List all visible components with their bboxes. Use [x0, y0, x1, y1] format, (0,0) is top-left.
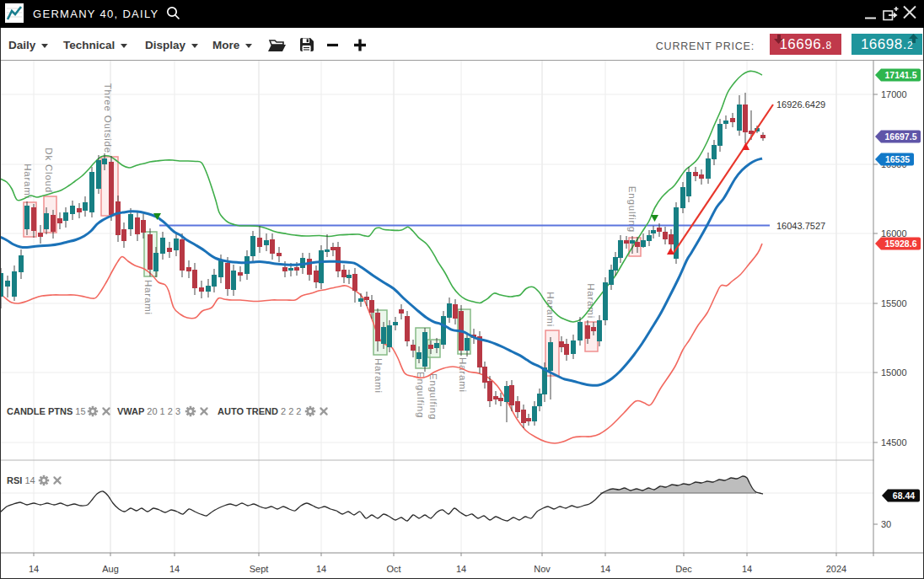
svg-text:Harami: Harami [143, 280, 153, 315]
svg-text:15500: 15500 [881, 298, 907, 308]
svg-text:Harami: Harami [373, 358, 384, 394]
svg-text:Oct: Oct [386, 564, 400, 574]
svg-text:Dk Cloud: Dk Cloud [44, 147, 54, 193]
svg-text:17141.5: 17141.5 [885, 70, 917, 80]
svg-text:Aug: Aug [102, 564, 119, 574]
svg-text:2024: 2024 [826, 564, 846, 574]
svg-text:14: 14 [29, 564, 39, 574]
svg-text:AUTO TREND 2 2 2: AUTO TREND 2 2 2 [218, 406, 301, 416]
svg-text:15928.6: 15928.6 [885, 239, 917, 249]
svg-text:Three Outside: Three Outside [103, 83, 113, 153]
svg-text:16535: 16535 [885, 154, 910, 164]
svg-text:15000: 15000 [881, 367, 907, 378]
svg-text:Engulfing: Engulfing [428, 373, 438, 420]
svg-text:16043.7527: 16043.7527 [776, 221, 825, 231]
svg-text:14500: 14500 [881, 437, 907, 448]
svg-text:Sept: Sept [250, 564, 269, 574]
svg-text:14: 14 [742, 564, 752, 574]
svg-text:14: 14 [600, 564, 610, 574]
svg-text:16697.5: 16697.5 [885, 131, 917, 142]
svg-text:Harami: Harami [545, 292, 556, 327]
svg-text:14: 14 [169, 564, 180, 574]
svg-text:CANDLE PTNS 15: CANDLE PTNS 15 [7, 406, 86, 416]
svg-text:17000: 17000 [881, 89, 907, 99]
svg-text:Nov: Nov [534, 564, 551, 574]
svg-text:68.44: 68.44 [893, 491, 915, 501]
svg-text:30: 30 [881, 519, 891, 529]
svg-text:Harami: Harami [586, 283, 596, 319]
svg-text:VWAP 20 1 2 3: VWAP 20 1 2 3 [117, 406, 180, 416]
svg-text:Dec: Dec [675, 564, 692, 574]
svg-text:Harami: Harami [458, 357, 468, 393]
svg-text:RSI 14: RSI 14 [7, 475, 35, 485]
svg-text:16000: 16000 [881, 228, 907, 239]
svg-text:16926.6429: 16926.6429 [776, 99, 825, 110]
svg-text:Engulfing: Engulfing [416, 372, 426, 418]
svg-text:14: 14 [456, 564, 466, 574]
svg-text:Harami: Harami [23, 164, 33, 199]
svg-text:14: 14 [316, 564, 326, 574]
